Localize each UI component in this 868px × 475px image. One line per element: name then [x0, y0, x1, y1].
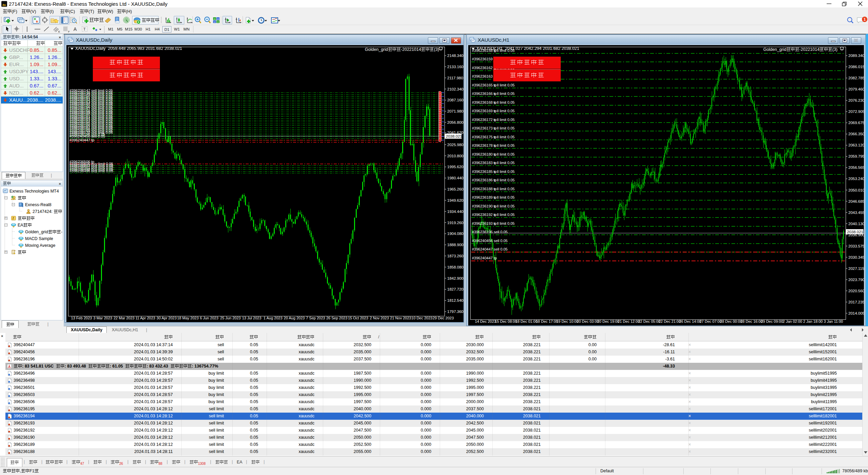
svg-text:#396236189 stpll limit 0.05: #396236189 stpll limit 0.05	[472, 195, 515, 199]
svg-text:#396240456 sell 0.05: #396240456 sell 0.05	[472, 239, 508, 243]
svg-text:2056.565: 2056.565	[848, 165, 864, 170]
svg-text:1888.900: 1888.900	[447, 243, 463, 247]
svg-text:18 May 2023: 18 May 2023	[177, 316, 199, 320]
svg-text:2086.015: 2086.015	[848, 65, 864, 69]
svg-text:2014.005: 2014.005	[848, 311, 864, 315]
svg-text:2038.021: 2038.021	[446, 134, 462, 138]
svg-text:2071.980: 2071.980	[447, 109, 463, 113]
svg-text:2010.800: 2010.800	[447, 154, 463, 158]
svg-text:2069.675: 2069.675	[848, 121, 864, 125]
svg-text:2056.800: 2056.800	[447, 120, 463, 124]
svg-text:#396236173 stpll limit 0.05: #396236173 stpll limit 0.05	[472, 126, 515, 130]
svg-text:19 Dec 10:00: 19 Dec 10:00	[556, 319, 578, 323]
svg-text:#396236193 stpll limit 0.05: #396236193 stpll limit 0.05	[472, 221, 515, 225]
svg-text:#396236180 stpll limit 0.05: #396236180 stpll limit 0.05	[472, 152, 515, 156]
svg-text:2148.340: 2148.340	[447, 54, 463, 58]
svg-text:3 Jan 11:00: 3 Jan 11:00	[824, 319, 843, 323]
svg-text:#396236168 stpll limit 0.05: #396236168 stpll limit 0.05	[472, 100, 515, 104]
svg-text:1980.440: 1980.440	[447, 176, 463, 180]
svg-text:1965.260: 1965.260	[447, 187, 463, 191]
svg-text:29 Dec 2023: 29 Dec 2023	[433, 316, 454, 320]
svg-text:2027.115: 2027.115	[848, 266, 864, 271]
svg-text:2 Jan 18:00: 2 Jan 18:00	[803, 319, 823, 323]
svg-text:20 Dec 03:00: 20 Dec 03:00	[577, 319, 599, 323]
svg-text:1827.720: 1827.720	[447, 287, 463, 291]
svg-text:15 Oct 2023: 15 Oct 2023	[348, 316, 368, 320]
svg-text:29 Dec 09:00: 29 Dec 09:00	[761, 319, 783, 323]
svg-text:2082.785: 2082.785	[848, 76, 864, 80]
svg-text:1858.080: 1858.080	[447, 265, 463, 269]
svg-text:18 Dec 17:00: 18 Dec 17:00	[536, 319, 558, 323]
svg-text:#396236165 stpll limit 0.05: #396236165 stpll limit 0.05	[472, 83, 515, 87]
svg-text:2023.790: 2023.790	[848, 278, 864, 282]
svg-text:30 Apr 2023: 30 Apr 2023	[157, 316, 177, 320]
svg-text:2017.235: 2017.235	[848, 300, 864, 304]
svg-text:#396236166 stpll limit 0.05: #396236166 stpll limit 0.05	[472, 92, 515, 96]
svg-text:1: 1	[864, 17, 866, 21]
svg-text:2050.010: 2050.010	[848, 188, 864, 192]
svg-text:#396236196 sell 0.05: #396236196 sell 0.05	[472, 230, 508, 234]
svg-text:#396240447 tp: #396240447 tp	[69, 138, 94, 142]
svg-text:#396236188 stpll limit 0.05: #396236188 stpll limit 0.05	[472, 187, 515, 191]
svg-text:1919.260: 1919.260	[447, 221, 463, 225]
svg-text:XAUUSDc,Daily 2059.448 2065.9: XAUUSDc,Daily 2059.448 2065.983 2031.682…	[75, 46, 182, 51]
svg-text:#396236192 stpll limit 0.05: #396236192 stpll limit 0.05	[472, 213, 515, 217]
svg-text:25 Jun 2023: 25 Jun 2023	[220, 316, 241, 320]
svg-text:10 Dec 2023: 10 Dec 2023	[411, 316, 432, 320]
svg-text:#396236175 stpll limit 0.05: #396236175 stpll limit 0.05	[472, 135, 515, 139]
svg-text:#396236158 stpll limit 0.05: #396236158 stpll limit 0.05	[472, 48, 515, 53]
svg-text:E: E	[58, 30, 60, 33]
svg-text:13 Jul 2023: 13 Jul 2023	[242, 316, 261, 320]
svg-text:#396236183 stpll limit 0.05: #396236183 stpll limit 0.05	[472, 161, 515, 165]
svg-text:2087.160: 2087.160	[447, 98, 463, 102]
svg-text:1934.440: 1934.440	[447, 210, 463, 214]
svg-text:15 Dec 08:00: 15 Dec 08:00	[495, 319, 517, 323]
svg-text:28 Dec 16:00: 28 Dec 16:00	[740, 319, 762, 323]
svg-text:#396236185 stpll limit 0.05: #396236185 stpll limit 0.05	[472, 170, 515, 174]
svg-text:2020.560: 2020.560	[848, 289, 864, 293]
svg-text:#396236496 buy limit 0.05: #396236496 buy limit 0.05	[69, 169, 113, 173]
svg-text:13 Feb 2023: 13 Feb 2023	[71, 316, 92, 320]
svg-text:#396236186 stpll limit 0.05: #396236186 stpll limit 0.05	[472, 178, 515, 182]
svg-text:1949.620: 1949.620	[447, 198, 463, 202]
svg-text:1797.360: 1797.360	[447, 310, 463, 314]
svg-text:#396236169 stpll limit 0.05: #396236169 stpll limit 0.05	[472, 109, 515, 113]
svg-text:1 Aug 2023: 1 Aug 2023	[264, 316, 283, 320]
svg-text:3 Mar 2023: 3 Mar 2023	[93, 316, 112, 320]
svg-text:2053.240: 2053.240	[848, 177, 864, 181]
svg-text:2117.980: 2117.980	[447, 76, 463, 80]
svg-text:1842.900: 1842.900	[447, 276, 463, 280]
svg-text:21 Nov 2023: 21 Nov 2023	[390, 316, 411, 320]
svg-text:22 Dec 21:00: 22 Dec 21:00	[659, 319, 681, 323]
svg-text:27 Dec 07:00: 27 Dec 07:00	[700, 319, 722, 323]
svg-text:28 Dec 00:00: 28 Dec 00:00	[720, 319, 742, 323]
svg-text:2 Nov 2023: 2 Nov 2023	[370, 316, 389, 320]
svg-text:22 Dec 05:00: 22 Dec 05:00	[638, 319, 660, 323]
svg-text:2025.980: 2025.980	[447, 143, 463, 147]
svg-text:7 Sep 2023: 7 Sep 2023	[306, 316, 325, 320]
svg-text:#396240447 sell 0.05: #396240447 sell 0.05	[472, 247, 508, 251]
svg-text:F: F	[68, 30, 70, 33]
svg-text:26 Sep 2023: 26 Sep 2023	[326, 316, 347, 320]
svg-text:2066.350: 2066.350	[848, 132, 864, 136]
svg-text:#396236178 stpll limit 0.05: #396236178 stpll limit 0.05	[472, 143, 515, 147]
svg-text:2038.021: 2038.021	[847, 230, 863, 234]
svg-text:6 Jun 2023: 6 Jun 2023	[200, 316, 218, 320]
svg-text:2040.130: 2040.130	[848, 222, 864, 226]
svg-text:2043.455: 2043.455	[848, 211, 864, 215]
svg-text:2 Jan 02:00: 2 Jan 02:00	[783, 319, 802, 323]
svg-text:22 Mar 2023: 22 Mar 2023	[113, 316, 135, 320]
svg-text:#396240447 tp: #396240447 tp	[472, 256, 497, 260]
svg-text:21 Dec 12:00: 21 Dec 12:00	[618, 319, 640, 323]
svg-text:11 Apr 2023: 11 Apr 2023	[136, 316, 156, 320]
svg-text:1904.080: 1904.080	[447, 232, 463, 236]
svg-text:1812.540: 1812.540	[447, 298, 463, 302]
svg-text:1995.620: 1995.620	[447, 165, 463, 169]
svg-text:2102.340: 2102.340	[447, 87, 463, 91]
svg-text:2079.460: 2079.460	[848, 87, 864, 91]
svg-text:#396236190 stpll limit 0.05: #396236190 stpll limit 0.05	[472, 204, 515, 208]
svg-text:2059.795: 2059.795	[848, 154, 864, 158]
svg-text:2076.230: 2076.230	[848, 98, 864, 102]
svg-text:2030.345: 2030.345	[848, 255, 864, 259]
svg-text:2133.160: 2133.160	[447, 65, 463, 69]
